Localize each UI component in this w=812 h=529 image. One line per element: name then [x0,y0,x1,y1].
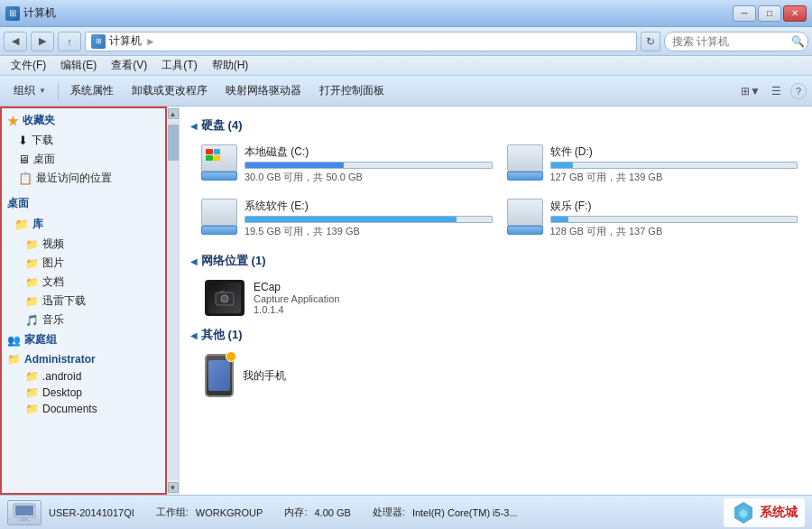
menu-file[interactable]: 文件(F) [4,57,53,75]
scroll-down-button[interactable]: ▼ [168,482,179,493]
sidebar-desktop-title[interactable]: 桌面 [0,193,166,214]
uninstall-button[interactable]: 卸载或更改程序 [124,79,216,103]
other-item-phone-name: 我的手机 [243,368,286,384]
sidebar-user-title[interactable]: 📁 Administrator [0,350,166,368]
android-folder-icon: 📁 [25,370,39,383]
view-options-button[interactable]: ⊞▼ [740,81,761,101]
menu-edit[interactable]: 编辑(E) [53,57,104,75]
pictures-label: 图片 [42,255,64,271]
title-bar-left: ⊞ 计算机 [5,5,56,21]
network-section-header: ◀ 网络位置 (1) [190,253,801,269]
status-computer-icon [7,500,42,525]
address-field[interactable]: ⊞ 计算机 ► [85,32,637,51]
drives-collapse-arrow[interactable]: ◀ [190,121,198,131]
sidebar-item-pictures[interactable]: 📁 图片 [0,254,166,273]
scroll-up-button[interactable]: ▲ [168,108,179,119]
hdd-base [201,172,237,181]
status-processor-label: 处理器: [373,506,405,519]
refresh-button[interactable]: ↻ [641,32,660,51]
sidebar-homegroup-title[interactable]: 👥 家庭组 [0,329,166,350]
details-view-button[interactable]: ☰ [765,81,787,101]
scroll-thumb[interactable] [168,125,179,161]
drive-c-icon-wrap [201,144,237,179]
download-icon: ⬇ [18,134,28,147]
maximize-button[interactable]: □ [758,5,781,22]
ecap-name: ECap [254,281,794,293]
control-panel-button[interactable]: 打开控制面板 [311,79,392,103]
favorites-label: 收藏夹 [23,113,55,128]
drive-e-bar [245,216,493,223]
toolbar: 组织 ▼ 系统属性 卸载或更改程序 映射网络驱动器 打开控制面板 ⊞▼ ☰ ? [0,76,812,107]
drives-grid: 本地磁盘 (C:) 30.0 GB 可用，共 50.0 GB 软件 (D:) [198,141,801,242]
back-button[interactable]: ◀ [4,32,27,51]
organize-arrow: ▼ [39,87,46,95]
win-logo-blue [214,149,221,154]
sidebar-item-music[interactable]: 🎵 音乐 [0,311,166,329]
forward-button[interactable]: ▶ [31,32,54,51]
thunder-icon: 📁 [25,295,39,308]
minimize-button[interactable]: ─ [733,5,756,22]
sidebar-item-documents-folder[interactable]: 📁 Documents [0,401,166,417]
drive-e-name: 系统软件 (E:) [245,199,493,214]
computer-svg [12,503,37,523]
sidebar-item-recent[interactable]: 📋 最近访问的位置 [0,169,166,188]
sidebar-item-download[interactable]: ⬇ 下载 [0,131,166,150]
close-button[interactable]: ✕ [783,5,807,22]
menu-view[interactable]: 查看(V) [104,57,154,75]
sidebar-item-thunder[interactable]: 📁 迅雷下载 [0,292,166,311]
sidebar-item-documents[interactable]: 📁 文档 [0,273,166,292]
drive-f[interactable]: 娱乐 (F:) 128 GB 可用，共 137 GB [503,195,802,242]
system-properties-button[interactable]: 系统属性 [62,79,122,103]
menu-help[interactable]: 帮助(H) [205,57,256,75]
ecap-desc2: 1.0.1.4 [254,304,794,315]
video-icon: 📁 [25,238,39,251]
other-item-phone[interactable]: 我的手机 [198,350,801,401]
organize-button[interactable]: 组织 ▼ [5,79,54,103]
sidebar-item-android[interactable]: 📁 .android [0,368,166,385]
ecap-icon-inner [208,283,241,313]
menu-tools[interactable]: 工具(T) [154,57,204,75]
drive-d-body [507,144,543,172]
hdd-body [201,144,237,172]
homegroup-icon: 👥 [7,334,21,347]
search-icon[interactable]: 🔍 [791,35,805,48]
sidebar-favorites-title[interactable]: ★ 收藏夹 [0,110,166,131]
scroll-track[interactable] [168,121,179,480]
drive-d-info: 软件 (D:) 127 GB 可用，共 139 GB [550,144,798,184]
drive-c[interactable]: 本地磁盘 (C:) 30.0 GB 可用，共 50.0 GB [198,141,496,188]
phone-badge [226,351,236,362]
status-memory: 4.00 GB [314,507,350,518]
search-input[interactable] [664,32,808,51]
drive-d-icon [507,144,547,181]
sidebar-item-desktop[interactable]: 🖥 桌面 [0,150,166,169]
sidebar-scrollbar[interactable]: ▲ ▼ [167,107,180,495]
other-collapse-arrow[interactable]: ◀ [190,330,198,340]
help-button[interactable]: ? [790,83,807,99]
drive-e[interactable]: 系统软件 (E:) 19.5 GB 可用，共 139 GB [198,195,496,242]
drive-d-bar [550,162,798,169]
drive-d[interactable]: 软件 (D:) 127 GB 可用，共 139 GB [503,141,802,188]
map-drive-button[interactable]: 映射网络驱动器 [217,79,309,103]
content-pane: ◀ 硬盘 (4) [180,107,812,495]
address-folder-icon: ⊞ [91,34,106,49]
other-section-header: ◀ 其他 (1) [190,327,801,343]
drive-f-info: 娱乐 (F:) 128 GB 可用，共 137 GB [550,199,798,238]
network-collapse-arrow[interactable]: ◀ [190,256,198,266]
uninstall-label: 卸载或更改程序 [132,83,208,98]
desktop-section-label: 桌面 [7,196,29,211]
drive-f-icon [507,199,547,235]
drive-e-info: 系统软件 (E:) 19.5 GB 可用，共 139 GB [245,199,493,238]
phone-screen [208,360,230,391]
status-workgroup: WORKGROUP [196,507,263,518]
sidebar-item-desktop-folder[interactable]: 📁 Desktop [0,385,166,401]
title-bar-controls: ─ □ ✕ [733,5,807,22]
network-item-ecap[interactable]: ECap Capture Application 1.0.1.4 [198,276,801,320]
drive-e-space: 19.5 GB 可用，共 139 GB [245,225,493,238]
watermark-logo-svg [731,500,756,525]
sidebar-library-title[interactable]: 📁 库 [0,214,166,235]
music-label: 音乐 [42,312,64,328]
desktop-label: 桌面 [33,152,55,167]
ecap-info: ECap Capture Application 1.0.1.4 [254,281,794,315]
up-button[interactable]: ↑ [58,32,81,51]
sidebar-item-video[interactable]: 📁 视频 [0,235,166,254]
